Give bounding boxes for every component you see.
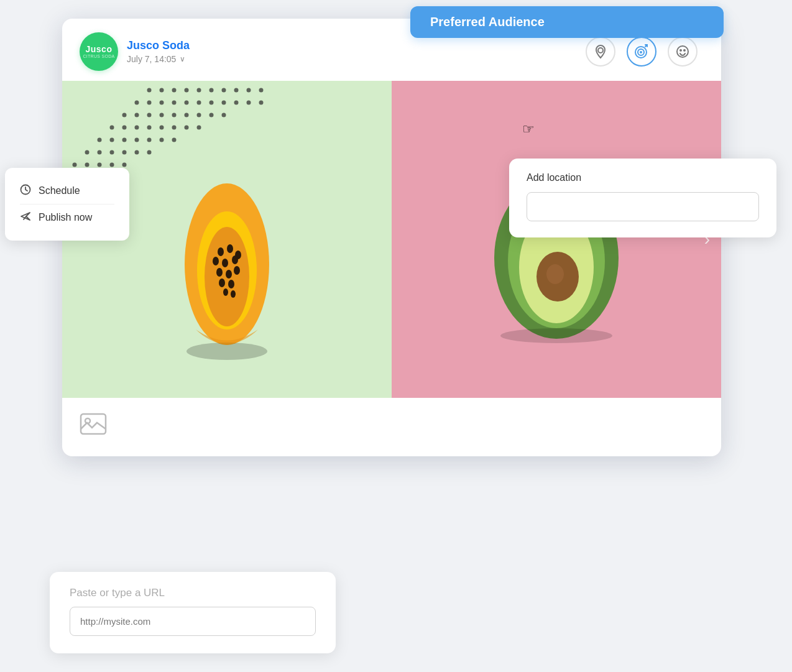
avatar-tagline: CITRUS SODA — [83, 54, 114, 58]
svg-point-23 — [172, 101, 177, 105]
add-location-input[interactable] — [527, 192, 759, 221]
svg-point-25 — [197, 101, 201, 105]
svg-point-31 — [122, 113, 127, 117]
svg-point-44 — [160, 126, 164, 130]
action-icons — [586, 37, 704, 67]
svg-point-16 — [222, 88, 226, 93]
svg-point-56 — [98, 150, 102, 155]
svg-point-77 — [232, 255, 238, 264]
svg-point-58 — [122, 150, 127, 155]
svg-point-10 — [147, 88, 152, 93]
url-section: Paste or type a URL — [50, 572, 336, 653]
svg-point-40 — [110, 126, 114, 130]
svg-point-82 — [228, 280, 234, 288]
svg-point-35 — [172, 113, 177, 117]
avatar: Jusco CITRUS SODA — [80, 32, 118, 71]
schedule-dropdown: Schedule Publish now — [5, 168, 129, 241]
svg-point-59 — [135, 150, 139, 155]
svg-point-9 — [684, 50, 685, 51]
svg-point-81 — [219, 278, 225, 287]
image-grid: › — [62, 81, 721, 398]
svg-point-20 — [135, 101, 139, 105]
scene: Preferred Audience Jusco CITRUS SODA Jus… — [0, 0, 792, 672]
svg-point-75 — [213, 257, 219, 265]
svg-point-15 — [210, 88, 214, 93]
svg-point-76 — [222, 259, 228, 267]
url-label: Paste or type a URL — [70, 587, 316, 599]
svg-point-0 — [598, 48, 603, 53]
svg-point-51 — [135, 138, 139, 142]
svg-rect-94 — [81, 414, 106, 434]
svg-point-53 — [160, 138, 164, 142]
svg-point-78 — [216, 268, 223, 277]
avatar-brand-text: Jusco — [86, 45, 113, 54]
target-icon-button[interactable] — [627, 37, 656, 67]
svg-point-57 — [110, 150, 114, 155]
svg-point-45 — [172, 126, 177, 130]
svg-point-32 — [135, 113, 139, 117]
image-placeholder-icon — [80, 413, 107, 439]
svg-point-11 — [160, 88, 164, 93]
svg-point-61 — [73, 163, 77, 167]
url-input[interactable] — [70, 607, 316, 636]
schedule-option[interactable]: Schedule — [20, 178, 114, 205]
svg-point-84 — [231, 290, 236, 298]
svg-point-62 — [85, 163, 90, 167]
publish-now-option[interactable]: Publish now — [20, 205, 114, 231]
svg-point-26 — [210, 101, 214, 105]
svg-point-18 — [247, 88, 251, 93]
svg-point-30 — [259, 101, 264, 105]
publish-label: Publish now — [39, 212, 92, 223]
post-date: July 7, 14:05 — [127, 54, 176, 64]
svg-point-21 — [147, 101, 152, 105]
svg-point-29 — [247, 101, 251, 105]
svg-point-3 — [640, 51, 642, 53]
svg-point-13 — [185, 88, 189, 93]
schedule-label: Schedule — [39, 185, 80, 196]
svg-point-48 — [98, 138, 102, 142]
svg-point-43 — [147, 126, 152, 130]
svg-point-47 — [197, 126, 201, 130]
chevron-icon[interactable]: ∨ — [180, 55, 185, 63]
svg-point-33 — [147, 113, 152, 117]
clock-icon — [20, 184, 31, 198]
svg-point-83 — [223, 288, 228, 296]
svg-point-80 — [234, 266, 240, 275]
svg-point-79 — [226, 270, 232, 278]
post-meta: Jusco Soda July 7, 14:05 ∨ — [127, 39, 577, 64]
svg-point-49 — [110, 138, 114, 142]
svg-point-8 — [680, 50, 681, 51]
svg-point-93 — [500, 328, 612, 343]
svg-point-60 — [147, 150, 152, 155]
svg-point-73 — [227, 244, 233, 253]
svg-point-41 — [122, 126, 127, 130]
svg-point-34 — [160, 113, 164, 117]
emoji-icon-button[interactable] — [668, 37, 698, 67]
svg-point-64 — [110, 163, 114, 167]
svg-point-85 — [186, 343, 267, 360]
svg-point-38 — [210, 113, 214, 117]
svg-point-22 — [160, 101, 164, 105]
svg-point-90 — [546, 264, 564, 284]
post-card: Jusco CITRUS SODA Jusco Soda July 7, 14:… — [62, 19, 721, 456]
svg-point-52 — [147, 138, 152, 142]
svg-point-65 — [122, 163, 127, 167]
svg-point-19 — [259, 88, 264, 93]
svg-point-12 — [172, 88, 177, 93]
svg-point-14 — [197, 88, 201, 93]
svg-point-50 — [122, 138, 127, 142]
add-location-card: Add location — [509, 159, 776, 237]
add-location-label: Add location — [527, 172, 759, 183]
svg-point-55 — [85, 150, 90, 155]
svg-point-46 — [185, 126, 189, 130]
location-icon-button[interactable] — [586, 37, 615, 67]
svg-point-24 — [185, 101, 189, 105]
preferred-audience-badge: Preferred Audience — [410, 6, 724, 38]
svg-point-28 — [234, 101, 239, 105]
post-date-row: July 7, 14:05 ∨ — [127, 54, 577, 64]
svg-point-37 — [197, 113, 201, 117]
image-right: › — [392, 81, 721, 398]
send-icon — [20, 211, 31, 224]
svg-point-63 — [98, 163, 102, 167]
papaya-image — [165, 152, 289, 364]
